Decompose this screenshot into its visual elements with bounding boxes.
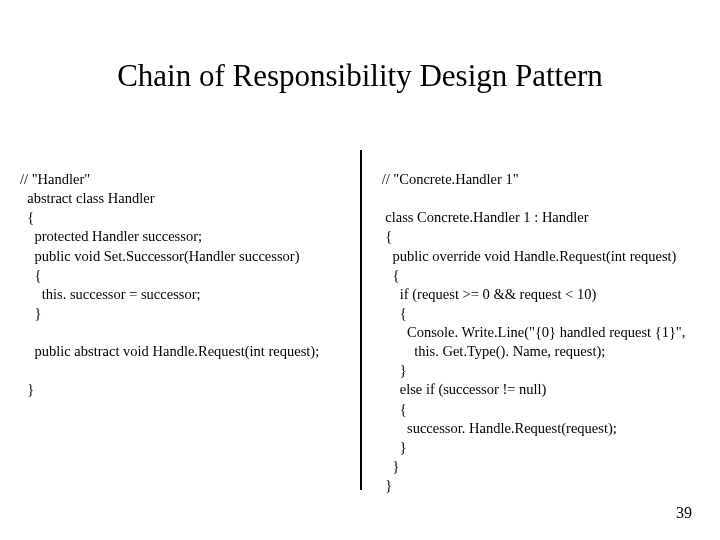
- vertical-divider: [360, 150, 362, 490]
- left-code-column: // "Handler" abstract class Handler { pr…: [20, 170, 350, 400]
- page-number: 39: [676, 504, 692, 522]
- slide-title: Chain of Responsibility Design Pattern: [0, 58, 720, 94]
- slide: Chain of Responsibility Design Pattern /…: [0, 0, 720, 540]
- right-code-column: // "Concrete.Handler 1" class Concrete.H…: [378, 170, 708, 495]
